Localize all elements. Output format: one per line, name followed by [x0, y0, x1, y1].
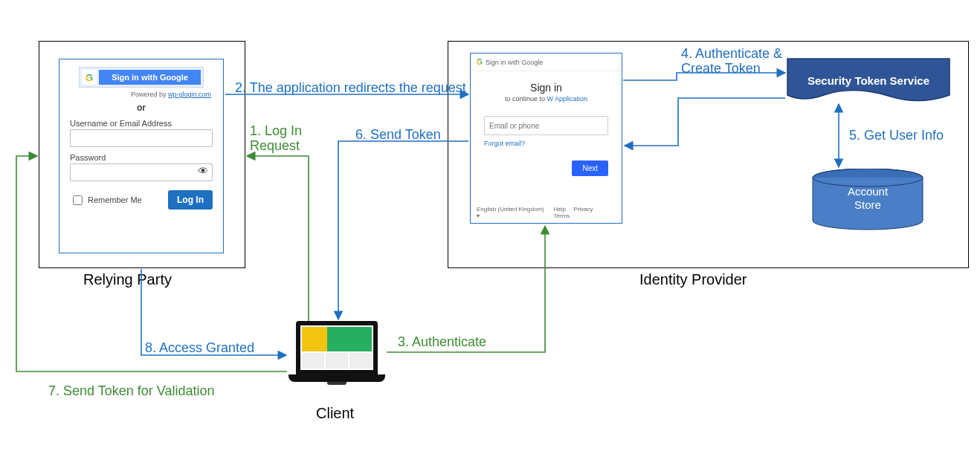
login-button[interactable]: Log In: [168, 190, 213, 210]
or-divider: or: [70, 103, 213, 113]
username-label: Username or Email Address: [70, 119, 213, 128]
remember-checkbox[interactable]: [73, 195, 83, 205]
idp-signin-title: Sign in: [484, 82, 608, 94]
idp-continue-text: to continue to W Application: [484, 95, 608, 103]
powered-by-link[interactable]: wp-glogin.com: [168, 91, 211, 98]
google-icon: G: [477, 58, 483, 66]
laptop-screen: [296, 321, 378, 374]
idp-forgot-link[interactable]: Forgot email?: [484, 140, 608, 147]
google-signin-button[interactable]: G Sign in with Google: [79, 67, 204, 88]
rp-login-form: G Sign in with Google Powered by wp-glog…: [59, 59, 224, 253]
password-input[interactable]: [70, 163, 213, 181]
idp-help-link[interactable]: Help: [553, 206, 565, 212]
account-store: AccountStore: [812, 169, 923, 228]
client-laptop: [288, 321, 385, 395]
step-7: 7. Send Token for Validation: [48, 383, 215, 399]
idp-footer: English (United Kingdom) ▾ Help Privacy …: [471, 202, 622, 223]
idp-terms-link[interactable]: Terms: [553, 212, 570, 219]
password-label: Password: [70, 153, 213, 162]
account-store-label: AccountStore: [812, 185, 923, 212]
security-token-service: Security Token Service: [787, 58, 950, 104]
step-2: 2. The application redirects the request: [235, 80, 466, 96]
relying-party-label: Relying Party: [83, 271, 172, 288]
diagram-stage: Relying Party Identity Provider G Sign i…: [0, 0, 980, 451]
step-6: 6. Send Token: [355, 127, 441, 143]
powered-by: Powered by wp-glogin.com: [70, 91, 211, 98]
idp-login-screen: G Sign in with Google Sign in to continu…: [470, 53, 622, 224]
google-signin-label: Sign in with Google: [99, 70, 201, 85]
step-4: 4. Authenticate &Create Token: [681, 46, 782, 76]
idp-header: G Sign in with Google: [471, 53, 622, 71]
sts-label: Security Token Service: [787, 74, 950, 87]
username-input[interactable]: [70, 129, 213, 147]
idp-next-button[interactable]: Next: [572, 160, 608, 176]
idp-lang[interactable]: English (United Kingdom) ▾: [477, 206, 547, 219]
client-label: Client: [316, 405, 354, 422]
eye-icon[interactable]: 👁: [198, 165, 208, 177]
remember-me[interactable]: Remember Me: [70, 193, 142, 207]
step-1: 1. Log InRequest: [250, 123, 302, 153]
identity-provider-label: Identity Provider: [639, 271, 747, 288]
google-icon: G: [82, 70, 97, 85]
step-5: 5. Get User Info: [849, 128, 944, 143]
step-3: 3. Authenticate: [398, 334, 486, 350]
idp-app-link[interactable]: W Application: [547, 95, 588, 103]
idp-privacy-link[interactable]: Privacy: [573, 206, 593, 212]
idp-email-input[interactable]: [484, 116, 608, 135]
step-8: 8. Access Granted: [145, 340, 254, 356]
